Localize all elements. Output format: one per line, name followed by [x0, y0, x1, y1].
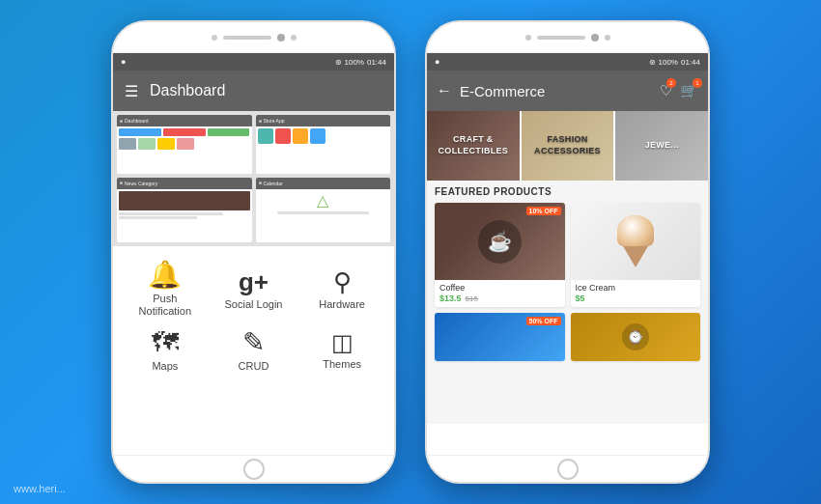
- coffee-discount: 10% OFF: [526, 207, 561, 215]
- watch-visual: ⌚: [622, 323, 649, 350]
- ss-thumb-4: [177, 138, 194, 150]
- bezel-camera: [277, 34, 285, 42]
- ss-news-line-2: [119, 216, 197, 219]
- maps-label: Maps: [152, 360, 178, 373]
- cart-icon-wrapper: 🛒 1: [680, 82, 698, 99]
- category-craft[interactable]: CRAFT &COLLECTIBLES: [427, 111, 522, 181]
- hardware-icon: ⚲: [333, 269, 352, 294]
- shoe-image: 50% OFF: [435, 313, 565, 361]
- bezel-bottom-left: [113, 455, 394, 482]
- bezel-top-left: [113, 22, 394, 53]
- categories-strip: CRAFT &COLLECTIBLES FASHIONACCESSORIES J…: [427, 111, 708, 181]
- screenshot-news: News Category: [117, 178, 252, 243]
- ss-news-line-1: [119, 212, 223, 215]
- ss-title-3: News Category: [125, 181, 157, 186]
- fashion-label: FASHIONACCESSORIES: [534, 134, 601, 156]
- ss-store-2: [275, 128, 291, 144]
- ecommerce-app-bar: ← E-Commerce ♡ 2 🛒 1: [427, 70, 708, 111]
- bezel-dot-3: [525, 35, 531, 41]
- coffee-image: ☕ 10% OFF: [435, 203, 565, 280]
- shoe-discount: 50% OFF: [526, 317, 561, 325]
- wishlist-icon-wrapper: ♡ 2: [660, 82, 672, 99]
- social-login-label: Social Login: [225, 298, 283, 311]
- status-bar-left: ● ⊛ 100% 01:44: [113, 53, 394, 70]
- time-left: 01:44: [367, 58, 386, 67]
- icecream-price-current: $5: [576, 294, 585, 303]
- screenshot-store: Store App: [256, 115, 391, 174]
- ecommerce-title: E-Commerce: [460, 83, 652, 99]
- coffee-info: Coffee $13.5 $15: [435, 280, 565, 307]
- craft-label: CRAFT &COLLECTIBLES: [439, 134, 509, 156]
- ss-header-3: News Category: [117, 178, 252, 189]
- back-button[interactable]: ←: [437, 82, 452, 99]
- icon-maps[interactable]: 🗺 Maps: [127, 329, 204, 373]
- phones-wrapper: ● ⊛ 100% 01:44 ☰ Dashboard Da: [0, 0, 821, 504]
- android-logo: △: [258, 191, 389, 210]
- ss-bar-2: [163, 128, 206, 136]
- status-left-left: ●: [121, 57, 126, 67]
- coffee-prices: $13.5 $15: [439, 294, 560, 303]
- ecommerce-screen: ● ⊛ 100% 01:44 ← E-Commerce ♡ 2: [427, 53, 708, 455]
- ss-content-1: [117, 126, 252, 174]
- dashboard-title: Dashboard: [150, 82, 382, 99]
- product-watch[interactable]: ⌚: [571, 313, 701, 361]
- icon-crud[interactable]: ✎ CRUD: [214, 329, 292, 373]
- screenshot-dashboard: Dashboard: [117, 115, 252, 174]
- ss-bar-1: [119, 128, 161, 136]
- home-button-left[interactable]: [243, 459, 265, 480]
- category-jewelry[interactable]: JEWE...: [615, 111, 708, 181]
- ecommerce-actions: ♡ 2 🛒 1: [660, 82, 698, 99]
- icon-themes[interactable]: ◫ Themes: [303, 331, 381, 371]
- ss-cal-line: [277, 211, 369, 214]
- icon-social-login[interactable]: g+ Social Login: [214, 269, 292, 311]
- icons-row-1: 🔔 PushNotification g+ Social Login ⚲ Har…: [121, 262, 386, 318]
- ss-store-4: [310, 128, 326, 144]
- ss-title-1: Dashboard: [125, 118, 148, 124]
- product-shoe[interactable]: 50% OFF: [435, 313, 565, 361]
- featured-title: FEATURED PRODUCTS: [435, 186, 700, 197]
- ss-thumb-1: [119, 138, 136, 150]
- themes-label: Themes: [323, 358, 361, 371]
- push-notification-label: PushNotification: [139, 293, 191, 318]
- coffee-price-old: $15: [466, 294, 478, 303]
- ss-title-2: Store App: [264, 118, 285, 124]
- icon-hardware[interactable]: ⚲ Hardware: [303, 269, 381, 311]
- watch-image: ⌚: [571, 313, 701, 361]
- product-coffee[interactable]: ☕ 10% OFF Coffee $13.5 $15: [435, 203, 565, 307]
- jewelry-bg: JEWE...: [615, 111, 708, 181]
- themes-icon: ◫: [331, 331, 354, 354]
- menu-icon[interactable]: ☰: [125, 82, 138, 100]
- ss-header-1: Dashboard: [117, 115, 252, 126]
- ss-content-4: △: [256, 189, 391, 243]
- category-fashion[interactable]: FASHIONACCESSORIES: [522, 111, 616, 181]
- home-button-right[interactable]: [557, 459, 579, 480]
- product-icecream[interactable]: Ice Cream $5: [571, 203, 701, 307]
- watermark: www.heri...: [14, 483, 66, 494]
- wifi-icon-right: ⊛: [649, 58, 656, 67]
- ecommerce-content: CRAFT &COLLECTIBLES FASHIONACCESSORIES J…: [427, 111, 708, 424]
- ss-content-2: [256, 126, 391, 174]
- screenshot-android: Calendar △: [256, 178, 391, 243]
- coffee-price-current: $13.5: [439, 294, 462, 303]
- phone-dashboard: ● ⊛ 100% 01:44 ☰ Dashboard Da: [111, 20, 396, 484]
- icecream-image: [571, 203, 701, 280]
- craft-bg: CRAFT &COLLECTIBLES: [427, 111, 520, 181]
- status-right-left: ⊛ 100% 01:44: [335, 58, 387, 67]
- battery-right: 100%: [659, 58, 678, 67]
- coffee-visual: ☕: [478, 220, 522, 264]
- google-plus-icon: g+: [239, 269, 269, 294]
- featured-section: FEATURED PRODUCTS ☕ 10% OFF Coffe: [427, 181, 708, 365]
- bezel-speaker-right: [537, 36, 585, 40]
- products-grid: ☕ 10% OFF Coffee $13.5 $15: [435, 203, 700, 361]
- icon-push-notification[interactable]: 🔔 PushNotification: [127, 262, 204, 318]
- android-icon-left: ●: [121, 57, 126, 67]
- watch-icon: ⌚: [627, 329, 643, 345]
- bezel-top-right: [427, 22, 708, 53]
- coffee-cup-icon: ☕: [488, 230, 512, 253]
- screenshot-grid: Dashboard: [113, 111, 394, 246]
- ss-dot-2: [259, 120, 262, 123]
- crud-label: CRUD: [239, 360, 269, 373]
- bezel-dot-4: [605, 35, 610, 41]
- phone-ecommerce: ● ⊛ 100% 01:44 ← E-Commerce ♡ 2: [425, 20, 710, 484]
- battery-left: 100%: [345, 58, 364, 67]
